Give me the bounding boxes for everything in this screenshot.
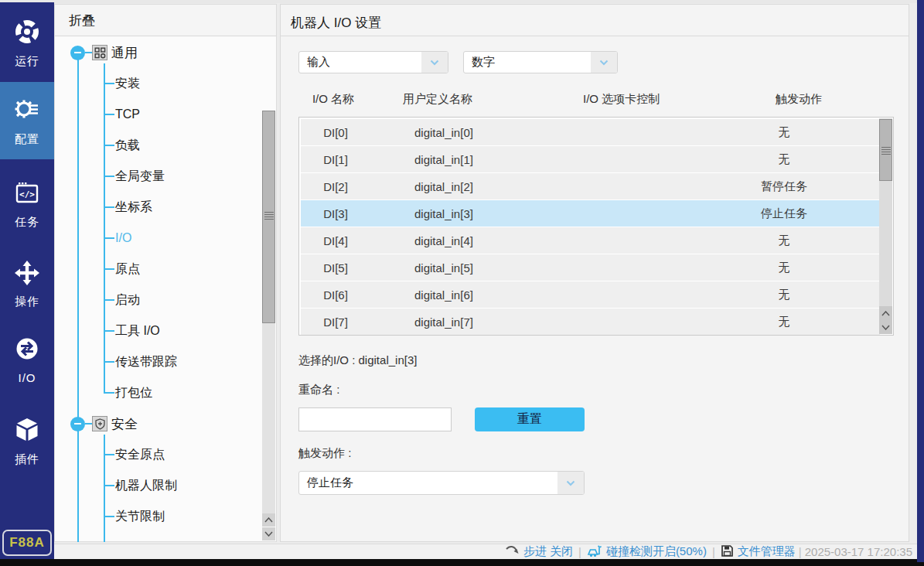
sidebar-item-task[interactable]: </> 任务 [0,166,54,244]
reset-button[interactable]: 重置 [475,407,585,431]
table-row[interactable]: DI[1]digital_in[1]无 [301,146,880,172]
tree-item-tick [104,83,114,84]
column-header-custom-name: 用户定义名称 [403,92,472,107]
tree-item[interactable]: 安全原点 [104,447,165,462]
table-cell: DI[2] [301,180,370,193]
tree-item[interactable]: 安装 [104,76,140,91]
tree-item-label: 打包位 [115,385,152,401]
tree-item[interactable]: 打包位 [104,385,152,401]
io-type-value: 数字 [464,55,591,70]
tree-collapse-header[interactable]: 折叠 [55,5,276,36]
table-cell: 无 [722,152,846,167]
io-table: DI[0]digital_in[0]无DI[1]digital_in[1]无DI… [298,117,894,336]
sidebar-item-label: 配置 [15,132,39,147]
tree-node-general[interactable]: 通用 [70,44,138,61]
table-cell: 暂停任务 [722,179,846,194]
app-window: 运行 配置 [0,0,917,559]
selected-io-label: 选择的I/O : [298,353,355,367]
io-direction-value: 输入 [299,55,421,70]
rename-label: 重命名 : [298,383,339,397]
tree-item[interactable]: 启动 [104,292,140,308]
sidebar-item-io[interactable]: I/O [0,321,54,398]
sidebar-item-operate[interactable]: 操作 [0,246,54,323]
tree-item-label: 启动 [115,292,140,309]
sidebar-item-plugin[interactable]: 插件 [0,403,54,480]
tree-item[interactable]: TCP [104,107,140,122]
table-cell: 停止任务 [722,206,846,221]
window-top-edge [0,0,917,3]
table-cell: 无 [722,315,846,329]
table-scroll-up-button[interactable] [879,306,892,320]
table-scrollbar-track[interactable] [879,118,892,334]
tree-scroll-down-button[interactable] [262,527,275,540]
tree-item[interactable]: 负载 [104,138,140,153]
table-scrollbar-thumb[interactable] [879,119,892,181]
table-row[interactable]: DI[2]digital_in[2]暂停任务 [301,173,880,199]
tree-item-label: TCP [115,107,140,121]
tree-item-tick [104,237,114,239]
plugin-icon [13,416,41,447]
trigger-action-label: 触发动作 : [298,446,351,461]
tree-item[interactable]: 机器人限制 [104,478,177,493]
trigger-action-dropdown[interactable]: 停止任务 [298,471,585,495]
io-icon [13,335,41,366]
chevron-down-icon [421,52,448,73]
window-right-edge [917,0,924,562]
tree-item-label: 工具 I/O [115,323,160,339]
tree-node-label: 安全 [111,415,138,433]
status-bar: 步进 关闭 | 碰撞检测开启(50%) | [54,544,917,559]
tree-item-label: 全局变量 [115,169,165,185]
tree-node-safety[interactable]: 安全 [70,415,138,432]
move-icon [14,260,40,289]
tree-item-label: 机器人限制 [115,478,177,494]
tree-item[interactable]: 传送带跟踪 [104,354,177,370]
tree-item[interactable]: 关节限制 [104,509,165,524]
selected-io-line: 选择的I/O : digital_in[3] [298,353,417,368]
step-status[interactable]: 步进 关闭 [505,544,573,559]
page-title: 机器人 I/O 设置 [291,14,381,32]
table-cell: DI[4] [301,234,370,247]
tree-line-root [77,60,79,542]
io-type-dropdown[interactable]: 数字 [463,51,618,73]
collapse-minus-icon[interactable] [70,46,85,60]
robot-io-settings-panel: 机器人 I/O 设置 输入 数字 I/O 名称 用户定义名称 I/O 选项卡控制… [280,4,909,542]
sidebar-item-run[interactable]: 运行 [0,5,54,82]
column-header-trigger-action: 触发动作 [760,92,837,107]
tree-item[interactable]: I/O [104,230,131,246]
tree-item[interactable]: 坐标系 [104,199,152,215]
tree-item-label: I/O [115,231,131,245]
file-manager[interactable]: 文件管理器 [721,544,796,560]
table-cell: DI[0] [301,126,370,139]
table-cell: 无 [722,288,846,302]
tree-item-tick [104,454,114,455]
tree-scrollbar-thumb[interactable] [262,111,275,323]
table-row[interactable]: DI[5]digital_in[5]无 [301,254,880,281]
tree-item-tick [104,392,114,394]
table-scroll-down-button[interactable] [879,320,892,334]
tree-item-tick [104,299,114,301]
sidebar-item-config[interactable]: 配置 [0,82,54,159]
tree-item[interactable]: 全局变量 [104,169,165,184]
tree-item[interactable]: 原点 [104,261,140,277]
rename-input[interactable] [298,407,452,431]
collapse-minus-icon[interactable] [70,417,85,431]
table-row[interactable]: DI[3]digital_in[3]停止任务 [301,200,880,227]
table-cell: digital_in[6] [370,288,626,302]
table-row[interactable]: DI[6]digital_in[6]无 [301,281,880,308]
tree-item-tick [104,330,114,332]
tree-scrollbar-track[interactable] [262,323,275,513]
io-direction-dropdown[interactable]: 输入 [298,51,448,73]
table-cell: digital_in[5] [370,261,626,274]
table-row[interactable]: DI[0]digital_in[0]无 [301,119,880,145]
table-row[interactable]: DI[4]digital_in[4]无 [301,227,880,254]
tree-item[interactable]: 工具 I/O [104,323,160,339]
chevron-down-icon [591,52,617,73]
collision-detection-status[interactable]: 碰撞检测开启(50%) [587,544,707,560]
file-manager-label: 文件管理器 [738,544,796,559]
sidebar-item-label: 任务 [15,215,39,230]
table-row[interactable]: DI[7]digital_in[7]无 [301,309,880,335]
tree-node-label: 通用 [111,44,138,62]
table-cell: DI[3] [301,207,370,220]
tree-header-label: 折叠 [69,12,95,29]
tree-scroll-up-button[interactable] [262,513,275,527]
